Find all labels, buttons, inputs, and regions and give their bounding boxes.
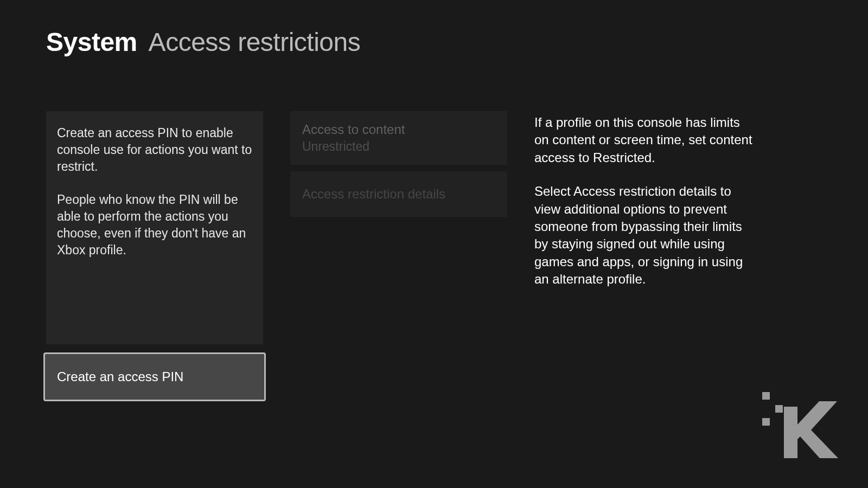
access-to-content-label: Access to content xyxy=(302,122,495,137)
middle-column: Access to content Unrestricted Access re… xyxy=(290,111,507,401)
access-restriction-details-label: Access restriction details xyxy=(302,187,495,202)
svg-rect-0 xyxy=(762,392,770,400)
access-to-content-tile[interactable]: Access to content Unrestricted xyxy=(290,111,507,165)
title-category: System xyxy=(46,28,137,56)
right-column: If a profile on this console has limits … xyxy=(534,111,757,401)
help-paragraph-2: Select Access restriction details to vie… xyxy=(534,183,757,288)
info-panel: Create an access PIN to enable console u… xyxy=(46,111,263,344)
help-paragraph-1: If a profile on this console has limits … xyxy=(534,114,757,166)
page-title: System Access restrictions xyxy=(46,27,868,57)
left-column: Create an access PIN to enable console u… xyxy=(46,111,263,401)
info-paragraph-2: People who know the PIN will be able to … xyxy=(57,191,252,259)
svg-rect-2 xyxy=(762,418,770,426)
svg-rect-1 xyxy=(775,405,783,413)
create-access-pin-button[interactable]: Create an access PIN xyxy=(43,352,266,401)
watermark-logo-icon xyxy=(762,388,838,458)
access-restriction-details-tile[interactable]: Access restriction details xyxy=(290,171,507,217)
title-page: Access restrictions xyxy=(149,28,361,56)
info-paragraph-1: Create an access PIN to enable console u… xyxy=(57,125,252,175)
content-area: Create an access PIN to enable console u… xyxy=(0,57,868,401)
access-to-content-value: Unrestricted xyxy=(302,139,495,154)
page-header: System Access restrictions xyxy=(0,0,868,57)
